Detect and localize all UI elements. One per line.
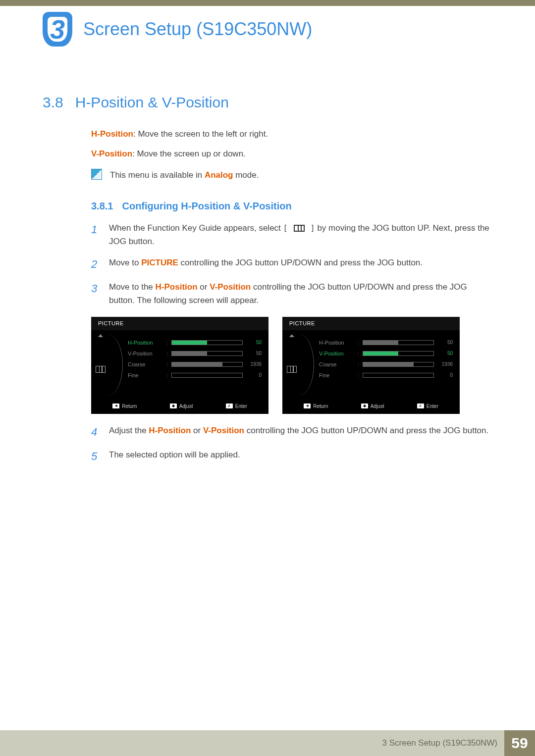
chapter-number: 3 xyxy=(50,14,65,45)
osd-footer-label: Return xyxy=(313,403,328,410)
osd-slider xyxy=(171,351,243,356)
osd-panel-left: PICTUREH-Position:50V-Position:50Coarse:… xyxy=(91,317,268,414)
osd-item: Fine:0 xyxy=(128,370,268,381)
chapter-badge: 3 xyxy=(43,12,72,47)
osd-footer-label: Enter xyxy=(427,403,438,410)
osd-slider xyxy=(363,351,434,356)
osd-slider xyxy=(363,362,434,367)
page-content: 3.8 H-Position & V-Position H-Position: … xyxy=(43,94,492,464)
enter-key-icon: ↲ xyxy=(417,403,424,408)
adjust-key-icon: ◆ xyxy=(361,403,368,408)
h-position-label: H-Position xyxy=(91,129,133,139)
osd-item-value: 0 xyxy=(247,371,262,379)
footer-text: 3 Screen Setup (S19C350NW) xyxy=(382,738,497,748)
osd-item: Fine:0 xyxy=(319,370,460,381)
osd-item-label: V-Position xyxy=(128,350,166,358)
footer-bar: 3 Screen Setup (S19C350NW) xyxy=(0,730,504,756)
osd-panel-right: PICTUREH-Position:50V-Position:50Coarse:… xyxy=(282,317,460,414)
menu-icon: [ ] xyxy=(283,222,315,234)
osd-item-label: Coarse xyxy=(319,360,358,369)
step-text: Adjust the H-Position or V-Position cont… xyxy=(109,424,488,440)
step-number: 4 xyxy=(91,424,100,440)
step-text: Move to the H-Position or V-Position con… xyxy=(109,280,492,307)
osd-item-value: 50 xyxy=(438,339,453,346)
osd-title: PICTURE xyxy=(282,317,460,330)
osd-item-value: 50 xyxy=(438,350,453,357)
adjust-key-icon: ◆ xyxy=(170,403,177,408)
step-4: 4 Adjust the H-Position or V-Position co… xyxy=(43,424,492,440)
up-arrow-icon xyxy=(289,334,294,337)
osd-item-label: Coarse xyxy=(128,360,166,369)
step-1: 1 When the Function Key Guide appears, s… xyxy=(43,221,492,248)
page-footer: 3 Screen Setup (S19C350NW) 59 xyxy=(0,730,535,756)
step-text: The selected option will be applied. xyxy=(109,448,240,464)
osd-item-value: 50 xyxy=(247,350,262,357)
step-text: When the Function Key Guide appears, sel… xyxy=(109,221,492,248)
osd-slider xyxy=(363,340,434,345)
menu-icon xyxy=(287,366,297,373)
v-position-label: V-Position xyxy=(91,149,132,158)
osd-footer-label: Return xyxy=(122,403,137,410)
osd-item-label: Fine xyxy=(319,371,358,380)
enter-key-icon: ↲ xyxy=(226,403,233,408)
subsection-number: 3.8.1 xyxy=(91,199,113,213)
step-number: 3 xyxy=(91,280,100,307)
section-number: 3.8 xyxy=(43,94,63,111)
osd-item-value: 0 xyxy=(438,371,453,379)
step-number: 2 xyxy=(91,256,100,272)
osd-slider xyxy=(171,340,243,345)
osd-item: H-Position:50 xyxy=(319,337,460,348)
subsection-title: Configuring H-Position & V-Position xyxy=(122,199,291,213)
chapter-header: 3 Screen Setup (S19C350NW) xyxy=(43,12,312,47)
step-number: 5 xyxy=(91,448,100,464)
section-body: H-Position: Move the screen to the left … xyxy=(43,128,492,464)
osd-item: V-Position:50 xyxy=(319,348,460,359)
menu-icon xyxy=(96,366,106,373)
step-3: 3 Move to the H-Position or V-Position c… xyxy=(43,280,492,307)
return-key-icon: ◄ xyxy=(304,403,311,408)
step-5: 5 The selected option will be applied. xyxy=(43,448,492,464)
step-number: 1 xyxy=(91,221,100,248)
osd-item-label: H-Position xyxy=(128,339,166,347)
top-accent-bar xyxy=(0,0,535,6)
osd-slider xyxy=(171,373,243,378)
step-text: Move to PICTURE controlling the JOG butt… xyxy=(109,256,423,272)
osd-item-label: H-Position xyxy=(319,339,358,347)
note-text: This menu is available in Analog mode. xyxy=(110,169,259,182)
osd-footer-label: Adjust xyxy=(371,403,384,410)
osd-screenshots: PICTUREH-Position:50V-Position:50Coarse:… xyxy=(91,317,492,414)
osd-slider xyxy=(363,373,434,378)
note-icon xyxy=(91,169,102,180)
osd-slider xyxy=(171,362,243,367)
note: This menu is available in Analog mode. xyxy=(43,169,492,182)
osd-item-value: 1936 xyxy=(438,360,453,368)
v-position-description: V-Position: Move the screen up or down. xyxy=(43,148,492,160)
section-title: H-Position & V-Position xyxy=(75,94,229,111)
section-heading: 3.8 H-Position & V-Position xyxy=(43,94,492,111)
osd-item-value: 1936 xyxy=(247,360,262,368)
osd-item: Coarse:1936 xyxy=(319,359,460,370)
step-2: 2 Move to PICTURE controlling the JOG bu… xyxy=(43,256,492,272)
up-arrow-icon xyxy=(98,334,103,337)
h-position-text: : Move the screen to the left or right. xyxy=(133,129,268,139)
page-number: 59 xyxy=(504,730,535,756)
osd-item-value: 50 xyxy=(247,339,262,346)
return-key-icon: ◄ xyxy=(112,403,119,408)
osd-item-label: V-Position xyxy=(319,350,358,358)
chapter-title: Screen Setup (S19C350NW) xyxy=(83,19,312,40)
osd-item: H-Position:50 xyxy=(128,337,268,348)
osd-footer-label: Adjust xyxy=(179,403,193,410)
osd-item: V-Position:50 xyxy=(128,348,268,359)
v-position-text: : Move the screen up or down. xyxy=(132,149,246,158)
osd-footer-label: Enter xyxy=(235,403,247,410)
subsection-heading: 3.8.1 Configuring H-Position & V-Positio… xyxy=(43,199,492,213)
osd-item: Coarse:1936 xyxy=(128,359,268,370)
osd-item-label: Fine xyxy=(128,371,166,380)
osd-title: PICTURE xyxy=(91,317,268,330)
h-position-description: H-Position: Move the screen to the left … xyxy=(43,128,492,141)
